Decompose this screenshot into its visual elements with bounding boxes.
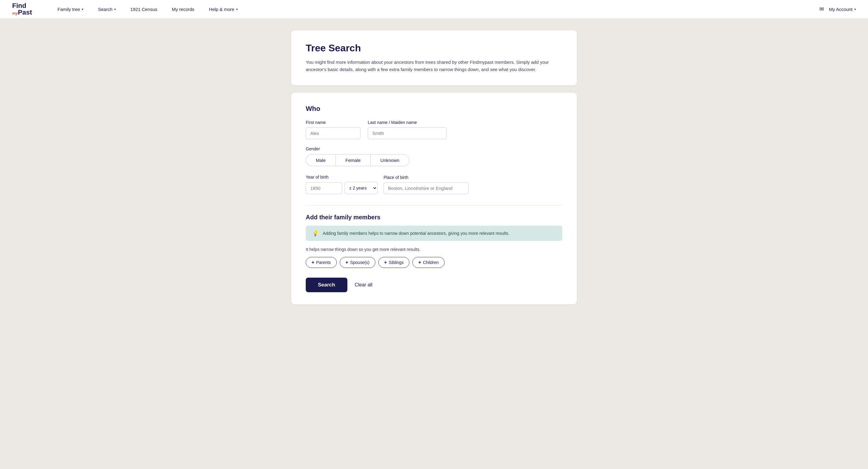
first-name-label: First name bbox=[306, 120, 361, 125]
first-name-group: First name bbox=[306, 120, 361, 139]
plus-icon: + bbox=[418, 260, 421, 265]
account-menu[interactable]: My Account ▾ bbox=[829, 7, 856, 12]
gender-buttons: Male Female Unknown bbox=[306, 154, 562, 166]
year-label: Year of birth bbox=[306, 175, 377, 179]
form-actions: Search Clear all bbox=[306, 278, 562, 292]
info-text: Adding family members helps to narrow do… bbox=[323, 230, 509, 237]
logo-my: my bbox=[12, 11, 18, 15]
info-banner: 💡 Adding family members helps to narrow … bbox=[306, 226, 562, 241]
nav-right: ✉ My Account ▾ bbox=[819, 6, 856, 12]
page-title: Tree Search bbox=[306, 42, 562, 54]
nav-links: Family tree ▾ Search ▾ 1921 Census My re… bbox=[50, 0, 819, 18]
chevron-down-icon: ▾ bbox=[82, 8, 83, 11]
gender-female-button[interactable]: Female bbox=[336, 154, 370, 166]
nav-family-tree[interactable]: Family tree ▾ bbox=[50, 0, 91, 18]
last-name-label: Last name / Maiden name bbox=[368, 120, 447, 125]
last-name-group: Last name / Maiden name bbox=[368, 120, 447, 139]
logo-find: Find bbox=[12, 2, 26, 9]
gender-male-button[interactable]: Male bbox=[306, 154, 336, 166]
page-description: You might find more information about yo… bbox=[306, 59, 555, 73]
search-button[interactable]: Search bbox=[306, 278, 347, 292]
place-label: Place of birth bbox=[383, 175, 469, 180]
chevron-down-icon: ▾ bbox=[854, 8, 856, 11]
place-of-birth-group: Place of birth bbox=[383, 175, 469, 194]
divider bbox=[306, 205, 562, 205]
year-with-range: ± 2 years ± 5 years ± 10 years Exact bbox=[306, 182, 377, 194]
navigation: Find my Past Family tree ▾ Search ▾ 1921… bbox=[0, 0, 868, 18]
family-tags: + Parents + Spouse(s) + Siblings + Child… bbox=[306, 257, 562, 268]
add-children-button[interactable]: + Children bbox=[412, 257, 444, 268]
add-siblings-button[interactable]: + Siblings bbox=[378, 257, 409, 268]
who-section-title: Who bbox=[306, 105, 562, 113]
chevron-down-icon: ▾ bbox=[114, 8, 116, 11]
place-input[interactable] bbox=[383, 182, 469, 194]
gender-unknown-button[interactable]: Unknown bbox=[370, 154, 410, 166]
year-input[interactable] bbox=[306, 182, 342, 194]
plus-icon: + bbox=[346, 260, 348, 265]
nav-census[interactable]: 1921 Census bbox=[123, 0, 164, 18]
birth-row: Year of birth ± 2 years ± 5 years ± 10 y… bbox=[306, 175, 562, 194]
name-row: First name Last name / Maiden name bbox=[306, 120, 562, 139]
add-family-title: Add their family members bbox=[306, 214, 562, 221]
nav-help[interactable]: Help & more ▾ bbox=[202, 0, 245, 18]
mail-icon[interactable]: ✉ bbox=[819, 6, 824, 12]
year-range-select[interactable]: ± 2 years ± 5 years ± 10 years Exact bbox=[345, 182, 377, 194]
first-name-input[interactable] bbox=[306, 127, 361, 139]
add-spouse-button[interactable]: + Spouse(s) bbox=[340, 257, 375, 268]
gender-group: Gender Male Female Unknown bbox=[306, 146, 562, 166]
logo[interactable]: Find my Past bbox=[12, 2, 32, 16]
last-name-input[interactable] bbox=[368, 127, 447, 139]
page-content: Tree Search You might find more informat… bbox=[285, 30, 583, 304]
gender-label: Gender bbox=[306, 146, 562, 151]
plus-icon: + bbox=[384, 260, 387, 265]
lightbulb-icon: 💡 bbox=[312, 230, 318, 237]
plus-icon: + bbox=[312, 260, 314, 265]
nav-my-records[interactable]: My records bbox=[164, 0, 202, 18]
year-of-birth-group: Year of birth ± 2 years ± 5 years ± 10 y… bbox=[306, 175, 377, 194]
search-form-card: Who First name Last name / Maiden name G… bbox=[291, 93, 577, 304]
clear-button[interactable]: Clear all bbox=[355, 282, 373, 288]
header-card: Tree Search You might find more informat… bbox=[291, 30, 577, 86]
narrow-text: It helps narrow things down so you get m… bbox=[306, 246, 562, 253]
logo-past: Past bbox=[18, 9, 32, 16]
add-parents-button[interactable]: + Parents bbox=[306, 257, 337, 268]
chevron-down-icon: ▾ bbox=[236, 8, 238, 11]
nav-search[interactable]: Search ▾ bbox=[91, 0, 123, 18]
